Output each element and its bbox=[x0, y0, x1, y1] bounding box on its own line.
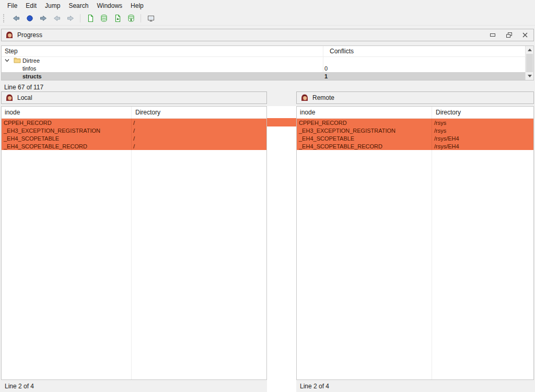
app-mascot-icon bbox=[300, 94, 309, 102]
table-row[interactable]: _EH4_SCOPETABLE_RECORD / bbox=[2, 142, 266, 150]
table-row[interactable]: CPPEH_RECORD / bbox=[2, 119, 266, 126]
display-button[interactable] bbox=[145, 13, 157, 24]
progress-row-dirtree[interactable]: Dirtree bbox=[2, 56, 525, 64]
conflicts-value: 1 bbox=[324, 73, 328, 79]
directory-cell: /rsys/EH4 bbox=[434, 135, 459, 142]
menu-item-file[interactable]: File bbox=[3, 1, 21, 11]
menu-item-edit[interactable]: Edit bbox=[21, 1, 41, 11]
scrollbar-thumb[interactable] bbox=[526, 54, 533, 72]
remote-panel-title: Remote bbox=[312, 94, 334, 101]
green-database-icon bbox=[100, 14, 108, 22]
up-arrow-icon bbox=[528, 49, 532, 51]
restore-icon bbox=[505, 31, 513, 39]
remote-table: inode Directory CPPEH_RECORD /rsys _EH3_… bbox=[296, 106, 534, 380]
scroll-up-button[interactable] bbox=[526, 46, 533, 54]
column-header-step[interactable]: Step bbox=[2, 48, 18, 55]
column-header-inode[interactable]: inode bbox=[297, 109, 315, 116]
table-row[interactable]: _EH4_SCOPETABLE_RECORD /rsys/EH4 bbox=[297, 142, 533, 150]
jump-back-button[interactable] bbox=[10, 13, 22, 24]
green-document-export-icon bbox=[113, 14, 122, 22]
menu-item-windows[interactable]: Windows bbox=[92, 1, 126, 11]
close-icon bbox=[521, 31, 529, 39]
chevron-down-icon[interactable] bbox=[4, 57, 10, 63]
progress-panel-titlebar[interactable]: Progress bbox=[1, 29, 534, 41]
directory-cell: / bbox=[133, 128, 135, 134]
monitor-icon bbox=[147, 14, 155, 22]
left-arrow-icon bbox=[53, 14, 61, 22]
window-controls bbox=[488, 31, 530, 39]
table-row[interactable]: _EH3_EXCEPTION_REGISTRATION /rsys bbox=[297, 126, 533, 134]
stop-navigation-button[interactable] bbox=[24, 13, 36, 24]
maximize-button[interactable] bbox=[488, 31, 497, 39]
menu-item-jump[interactable]: Jump bbox=[41, 1, 64, 11]
remote-panel-titlebar[interactable]: Remote bbox=[296, 91, 534, 104]
progress-status-line: Line 67 of 117 bbox=[1, 83, 534, 91]
step-label: tinfos bbox=[2, 65, 36, 72]
maximize-icon bbox=[489, 31, 497, 39]
inode-cell: _EH3_EXCEPTION_REGISTRATION bbox=[297, 128, 396, 134]
table-row[interactable]: _EH4_SCOPETABLE /rsys/EH4 bbox=[297, 134, 533, 142]
inode-cell: CPPEH_RECORD bbox=[2, 120, 52, 126]
column-divider bbox=[131, 107, 132, 379]
column-header-conflicts[interactable]: Conflicts bbox=[330, 48, 354, 55]
column-header-directory[interactable]: Directory bbox=[135, 109, 160, 116]
local-panel-title: Local bbox=[17, 94, 32, 101]
column-header-directory[interactable]: Directory bbox=[436, 109, 461, 116]
back-arrow-icon bbox=[12, 14, 20, 22]
table-row[interactable]: CPPEH_RECORD /rsys bbox=[297, 119, 533, 126]
table-row[interactable]: _EH4_SCOPETABLE / bbox=[2, 134, 266, 142]
green-document-icon bbox=[86, 14, 95, 22]
folder-icon bbox=[14, 57, 21, 63]
menu-bar: File Edit Jump Search Windows Help bbox=[0, 0, 535, 11]
progress-table: Step Conflicts Dir bbox=[1, 45, 534, 80]
local-table: inode Directory CPPEH_RECORD / _EH3_EXCE… bbox=[1, 106, 267, 380]
merge-database-button[interactable] bbox=[98, 13, 110, 24]
directory-cell: /rsys bbox=[434, 120, 446, 126]
app-mascot-icon bbox=[5, 31, 14, 39]
remote-table-header: inode Directory bbox=[297, 107, 533, 119]
save-database-button[interactable] bbox=[125, 13, 137, 24]
merge-gutter bbox=[267, 106, 296, 392]
directory-cell: / bbox=[133, 120, 135, 126]
jump-forward-button[interactable] bbox=[37, 13, 49, 24]
menu-item-help[interactable]: Help bbox=[126, 1, 148, 11]
progress-rows: Dirtree tinfos 0 structs 1 bbox=[2, 56, 525, 80]
toolbar-separator bbox=[141, 14, 141, 22]
table-row[interactable]: _EH3_EXCEPTION_REGISTRATION / bbox=[2, 126, 266, 134]
column-divider bbox=[432, 107, 432, 379]
close-button[interactable] bbox=[520, 31, 530, 39]
green-database-export-icon bbox=[127, 14, 135, 22]
directory-cell: / bbox=[133, 143, 135, 149]
progress-panel-title: Progress bbox=[17, 31, 42, 39]
remote-panel: Remote inode Directory CPPEH_RECORD /rsy… bbox=[296, 91, 534, 392]
progress-table-header: Step Conflicts bbox=[2, 46, 533, 57]
inode-cell: _EH4_SCOPETABLE_RECORD bbox=[297, 143, 382, 149]
app-mascot-icon bbox=[5, 94, 14, 102]
progress-row-structs[interactable]: structs 1 bbox=[2, 72, 525, 80]
down-arrow-icon bbox=[528, 75, 532, 77]
inode-cell: _EH4_SCOPETABLE_RECORD bbox=[2, 143, 87, 149]
merge-file-button[interactable] bbox=[84, 13, 96, 24]
inode-cell: CPPEH_RECORD bbox=[297, 120, 347, 126]
local-panel: Local inode Directory CPPEH_RECORD / _EH… bbox=[1, 91, 267, 392]
column-header-inode[interactable]: inode bbox=[2, 109, 20, 116]
vertical-scrollbar[interactable] bbox=[525, 46, 533, 80]
scroll-down-button[interactable] bbox=[526, 72, 533, 80]
step-label: structs bbox=[2, 73, 42, 79]
save-file-button[interactable] bbox=[111, 13, 123, 24]
menu-item-search[interactable]: Search bbox=[64, 1, 92, 11]
toolbar-grip[interactable] bbox=[3, 14, 5, 22]
local-table-header: inode Directory bbox=[2, 107, 266, 119]
progress-row-tinfos[interactable]: tinfos 0 bbox=[2, 64, 525, 72]
next-conflict-button[interactable] bbox=[64, 13, 76, 24]
toolbar-separator bbox=[80, 14, 80, 22]
conflicts-value: 0 bbox=[324, 65, 328, 72]
inode-cell: _EH3_EXCEPTION_REGISTRATION bbox=[2, 128, 100, 134]
previous-conflict-button[interactable] bbox=[51, 13, 63, 24]
conflict-marker bbox=[267, 118, 296, 126]
restore-button[interactable] bbox=[504, 31, 514, 39]
directory-cell: /rsys bbox=[434, 128, 446, 134]
local-panel-titlebar[interactable]: Local bbox=[1, 91, 267, 104]
inode-cell: _EH4_SCOPETABLE bbox=[297, 135, 354, 142]
toolbar bbox=[0, 11, 535, 26]
